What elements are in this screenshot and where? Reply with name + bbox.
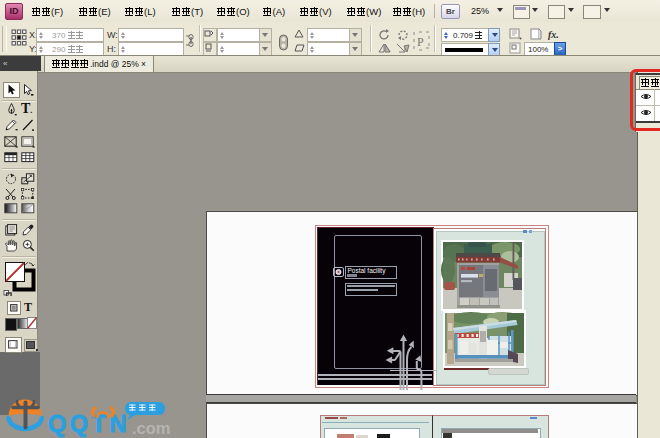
svg-text:.com: .com	[132, 419, 171, 437]
svg-text:P: P	[417, 35, 424, 49]
svg-text:QQTN: QQTN	[48, 411, 130, 437]
